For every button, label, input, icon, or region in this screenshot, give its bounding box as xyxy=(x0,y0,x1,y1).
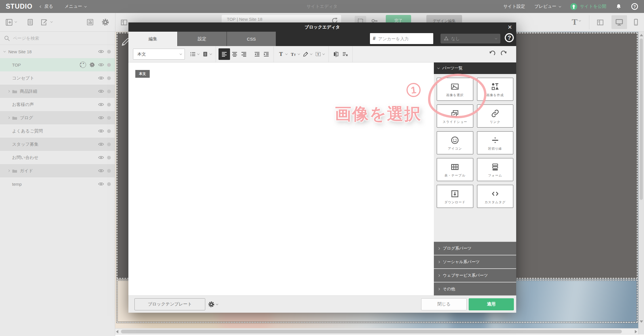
status-dot[interactable] xyxy=(107,63,111,67)
help-icon[interactable] xyxy=(631,3,638,10)
visibility-eye-icon[interactable] xyxy=(98,116,104,120)
sidebar-page-row[interactable]: コンセプト ● ● ● xyxy=(0,71,115,85)
vertical-scrollbar[interactable] xyxy=(638,32,644,336)
document-icon[interactable] xyxy=(26,18,34,26)
status-dot[interactable] xyxy=(107,116,111,120)
accordion-section[interactable]: ブログ系パーツ xyxy=(434,241,516,255)
accordion-section[interactable]: その他 xyxy=(434,282,516,295)
clear-format-button[interactable] xyxy=(341,48,350,60)
chevron-right-icon[interactable] xyxy=(7,170,10,172)
back-button[interactable]: 戻る xyxy=(40,4,53,9)
status-dot[interactable] xyxy=(107,129,111,133)
visibility-eye-icon[interactable] xyxy=(98,155,104,160)
visibility-eye-icon[interactable] xyxy=(98,182,104,186)
status-dot[interactable] xyxy=(107,50,111,54)
more-options-icon[interactable]: ● ● ● xyxy=(80,62,86,68)
apply-button[interactable]: 適用 xyxy=(469,298,514,310)
redo-icon[interactable] xyxy=(501,51,508,58)
text-box-button[interactable] xyxy=(314,48,326,60)
part-button[interactable]: スライドショー xyxy=(437,105,473,128)
anchor-input[interactable] xyxy=(378,36,424,41)
modal-help-icon[interactable] xyxy=(504,33,514,43)
search-input[interactable] xyxy=(13,36,99,41)
sidebar-page-row[interactable]: temp ● ● ● xyxy=(0,177,115,191)
status-dot[interactable] xyxy=(107,169,111,173)
status-dot[interactable] xyxy=(107,143,111,146)
notifications-bell-icon[interactable] xyxy=(615,3,622,10)
visibility-eye-icon[interactable] xyxy=(98,169,104,173)
part-button[interactable]: 画像を選択 xyxy=(437,78,473,101)
desktop-view-button[interactable] xyxy=(611,15,627,29)
visibility-eye-icon[interactable] xyxy=(98,102,104,107)
chevron-down-icon[interactable] xyxy=(15,20,17,22)
analytics-chart-icon[interactable] xyxy=(86,18,94,26)
sidebar-page-row[interactable]: スタッフ募集 ● ● ● xyxy=(0,138,115,151)
horizontal-scroll-thumb[interactable] xyxy=(121,330,622,333)
chevron-down-icon[interactable] xyxy=(3,50,6,52)
editor-content-area[interactable]: 本文 xyxy=(128,62,434,295)
parts-list-header[interactable]: パーツ一覧 xyxy=(434,62,516,74)
sidebar-page-row[interactable]: お客様の声 ● ● ● xyxy=(0,98,115,111)
scroll-down-arrow[interactable] xyxy=(640,320,643,323)
tab-edit[interactable]: 編集 xyxy=(128,32,178,46)
block-format-button[interactable] xyxy=(201,48,213,60)
horizontal-scrollbar[interactable] xyxy=(115,328,638,335)
part-button[interactable]: カスタムタグ xyxy=(477,185,514,208)
undo-icon[interactable] xyxy=(489,51,495,58)
part-button[interactable]: 区切り線 xyxy=(477,131,514,154)
tab-css[interactable]: CSS xyxy=(227,32,276,46)
vertical-scroll-thumb[interactable] xyxy=(640,39,643,200)
close-button[interactable]: 閉じる xyxy=(421,298,467,310)
scroll-left-arrow[interactable] xyxy=(116,330,118,333)
chevron-down-icon[interactable] xyxy=(50,20,53,22)
scroll-right-arrow[interactable] xyxy=(635,330,637,333)
bullet-list-button[interactable] xyxy=(188,48,201,60)
add-page-icon[interactable] xyxy=(5,18,13,26)
publish-site-button[interactable]: サイトを公開 xyxy=(570,3,606,10)
text-color-button[interactable] xyxy=(276,48,289,60)
status-dot[interactable] xyxy=(107,103,111,107)
part-button[interactable]: 画像を作成 xyxy=(477,78,514,101)
visibility-eye-icon[interactable] xyxy=(98,76,104,80)
visibility-eye-icon[interactable] xyxy=(98,142,104,146)
part-button[interactable]: フォーム xyxy=(477,158,514,181)
chevron-right-icon[interactable] xyxy=(7,90,10,92)
font-size-button[interactable] xyxy=(289,48,301,60)
split-view-icon[interactable] xyxy=(596,19,604,26)
block-template-button[interactable]: ブロックテンプレート xyxy=(134,298,205,310)
site-settings-button[interactable]: サイト設定 xyxy=(503,4,525,9)
page-search[interactable] xyxy=(0,32,115,45)
sidebar-page-row[interactable]: 商品詳細 ● ● ● xyxy=(0,85,115,98)
part-button[interactable]: リンク xyxy=(477,105,514,128)
close-icon[interactable]: ✕ xyxy=(508,24,512,31)
menu-button[interactable]: メニュー xyxy=(64,4,86,9)
align-left-button[interactable] xyxy=(219,48,230,60)
tab-settings[interactable]: 設定 xyxy=(178,32,227,46)
status-dot[interactable] xyxy=(107,90,111,93)
mobile-view-button[interactable] xyxy=(632,18,640,26)
status-dot[interactable] xyxy=(107,156,111,160)
accordion-section[interactable]: ウェブサービス系パーツ xyxy=(434,268,516,282)
layers-panel-icon[interactable] xyxy=(120,19,128,26)
sidebar-page-row[interactable]: ブログ ● ● ● xyxy=(0,111,115,124)
page-settings-gear-icon[interactable] xyxy=(89,62,95,68)
status-dot[interactable] xyxy=(107,76,111,80)
part-button[interactable]: ダウンロード xyxy=(437,185,473,208)
part-button[interactable]: アイコン xyxy=(437,131,473,154)
sidebar-page-row[interactable]: ガイド ● ● ● xyxy=(0,164,115,177)
scroll-up-arrow[interactable] xyxy=(640,34,643,36)
columns-button[interactable] xyxy=(331,48,341,60)
part-button[interactable]: 表・テーブル xyxy=(437,158,473,181)
text-style-dropdown[interactable]: T xyxy=(572,17,581,27)
template-settings-button[interactable] xyxy=(208,301,218,308)
visibility-eye-icon[interactable] xyxy=(98,50,104,54)
edit-page-icon[interactable] xyxy=(40,18,48,26)
sidebar-page-row[interactable]: お問い合わせ ● ● ● xyxy=(0,151,115,164)
align-center-button[interactable] xyxy=(230,48,239,60)
align-right-button[interactable] xyxy=(239,48,248,60)
eyedropper-button[interactable] xyxy=(301,48,314,60)
anchor-input-field[interactable]: # xyxy=(370,33,433,44)
sidebar-page-row[interactable]: よくあるご質問 ● ● ● xyxy=(0,124,115,138)
sidebar-page-row[interactable]: TOP ● ● ● xyxy=(0,58,115,71)
anchor-link-dropdown[interactable]: なし xyxy=(440,34,500,43)
